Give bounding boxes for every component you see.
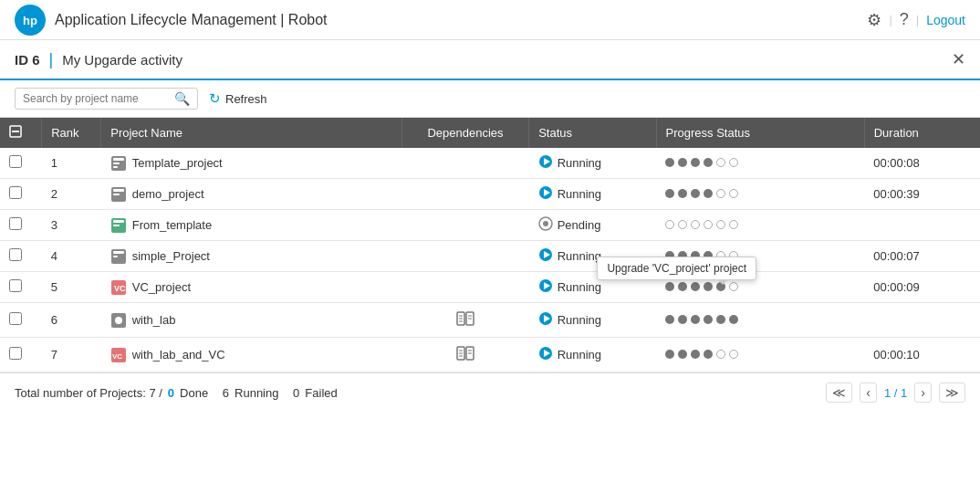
progress-dot bbox=[704, 315, 713, 324]
row-checkbox-cell[interactable] bbox=[0, 338, 42, 372]
row-project-name: VC with_lab_and_VC bbox=[101, 338, 402, 372]
dependency-icon bbox=[456, 317, 474, 330]
svg-rect-21 bbox=[113, 256, 118, 257]
row-project-name: From_template bbox=[101, 210, 402, 241]
row-duration bbox=[864, 303, 980, 338]
row-checkbox-cell[interactable] bbox=[0, 148, 42, 179]
next-page-button[interactable]: › bbox=[914, 382, 932, 403]
row-checkbox-cell[interactable] bbox=[0, 210, 42, 241]
row-checkbox[interactable] bbox=[9, 279, 22, 292]
row-checkbox[interactable] bbox=[9, 312, 22, 325]
title-bar-left: ID 6 | My Upgarde activity bbox=[15, 50, 182, 69]
row-project-name: VC VC_project bbox=[101, 272, 402, 303]
row-duration: 00:00:07 bbox=[864, 241, 980, 272]
row-duration: 00:00:10 bbox=[864, 338, 980, 372]
progress-dot bbox=[678, 220, 687, 229]
progress-dots bbox=[665, 350, 738, 359]
progress-dot bbox=[691, 282, 700, 291]
prev-page-button[interactable]: ‹ bbox=[860, 382, 877, 403]
status-icon bbox=[538, 278, 553, 296]
search-icon[interactable]: 🔍 bbox=[174, 91, 190, 106]
progress-dot bbox=[691, 350, 700, 359]
progress-dot bbox=[716, 158, 725, 167]
row-rank: 5 bbox=[42, 272, 101, 303]
footer-stats: Total number of Projects: 7 / 0 Done 6 R… bbox=[15, 386, 338, 400]
progress-dot bbox=[729, 315, 738, 324]
progress-dots bbox=[665, 315, 738, 324]
row-checkbox-cell[interactable] bbox=[0, 241, 42, 272]
status-label: Running bbox=[558, 348, 601, 362]
row-progress: Upgrade 'VC_project' project bbox=[656, 272, 864, 303]
settings-icon[interactable]: ⚙ bbox=[867, 10, 881, 30]
activity-id: ID 6 bbox=[15, 52, 40, 68]
row-checkbox-cell[interactable] bbox=[0, 179, 42, 210]
progress-dot bbox=[691, 220, 700, 229]
progress-dot bbox=[691, 158, 700, 167]
row-progress bbox=[656, 338, 864, 372]
help-icon[interactable]: ? bbox=[900, 10, 909, 29]
progress-dots bbox=[665, 158, 738, 167]
select-all-icon[interactable] bbox=[9, 125, 22, 138]
svg-rect-10 bbox=[113, 189, 124, 192]
project-type-icon bbox=[110, 248, 127, 265]
row-progress bbox=[656, 179, 864, 210]
row-checkbox[interactable] bbox=[9, 347, 22, 360]
svg-rect-15 bbox=[113, 220, 124, 223]
first-page-button[interactable]: ≪ bbox=[826, 382, 852, 403]
project-name-label: with_lab_and_VC bbox=[132, 348, 225, 362]
svg-text:hp: hp bbox=[23, 14, 37, 27]
refresh-button[interactable]: ↻ Refresh bbox=[209, 90, 267, 107]
project-name-label: Template_project bbox=[132, 156, 223, 170]
col-rank: Rank bbox=[42, 118, 101, 148]
row-checkbox[interactable] bbox=[9, 155, 22, 168]
svg-rect-16 bbox=[113, 225, 120, 226]
table-row: 2 demo_project Running 00:00:39 bbox=[0, 179, 980, 210]
app-header: hp Application Lifecycle Management | Ro… bbox=[0, 0, 980, 40]
row-checkbox-cell[interactable] bbox=[0, 272, 42, 303]
row-status: Running bbox=[529, 338, 656, 372]
progress-dot bbox=[691, 189, 700, 198]
row-rank: 7 bbox=[42, 338, 101, 372]
row-checkbox[interactable] bbox=[9, 186, 22, 199]
table-row: 5 VC VC_project Running Upgrade 'VC_proj… bbox=[0, 272, 980, 303]
logout-link[interactable]: Logout bbox=[926, 13, 965, 27]
progress-dot bbox=[691, 315, 700, 324]
table-header-row: Rank Project Name Dependencies Status Pr… bbox=[0, 118, 980, 148]
table-footer: Total number of Projects: 7 / 0 Done 6 R… bbox=[0, 372, 980, 412]
project-name-label: with_lab bbox=[132, 313, 176, 327]
status-icon bbox=[538, 154, 553, 172]
row-project-name: simple_Project bbox=[101, 241, 402, 272]
table-row: 1 Template_project Running 00:00:08 bbox=[0, 148, 980, 179]
progress-dot bbox=[704, 189, 713, 198]
row-status: Running bbox=[529, 179, 656, 210]
status-icon bbox=[538, 185, 553, 203]
close-button[interactable]: ✕ bbox=[952, 49, 965, 69]
last-page-button[interactable]: ≫ bbox=[939, 382, 965, 403]
progress-dot bbox=[729, 282, 738, 291]
refresh-label: Refresh bbox=[225, 92, 267, 106]
svg-point-29 bbox=[115, 317, 122, 324]
progress-dot bbox=[704, 350, 713, 359]
row-status: Pending bbox=[529, 210, 656, 241]
row-project-name: with_lab bbox=[101, 303, 402, 338]
status-icon bbox=[538, 346, 553, 363]
toolbar: 🔍 ↻ Refresh bbox=[0, 80, 980, 118]
table-row: 7 VC with_lab_and_VC Running 00:00:10 bbox=[0, 338, 980, 372]
progress-dot bbox=[716, 220, 725, 229]
title-bar: ID 6 | My Upgarde activity ✕ bbox=[0, 40, 980, 80]
row-checkbox[interactable] bbox=[9, 248, 22, 261]
search-input[interactable] bbox=[23, 92, 169, 105]
svg-rect-11 bbox=[113, 194, 120, 195]
dependency-icon bbox=[456, 351, 474, 365]
status-label: Running bbox=[558, 249, 601, 263]
svg-rect-5 bbox=[113, 162, 120, 164]
row-checkbox[interactable] bbox=[9, 217, 22, 230]
project-type-icon: VC bbox=[110, 279, 127, 296]
row-checkbox-cell[interactable] bbox=[0, 303, 42, 338]
col-duration: Duration bbox=[864, 118, 980, 148]
header-right: ⚙ | ? | Logout bbox=[867, 10, 965, 30]
svg-text:VC: VC bbox=[114, 284, 126, 293]
col-checkbox bbox=[0, 118, 42, 148]
svg-rect-4 bbox=[113, 158, 124, 161]
progress-dot bbox=[678, 282, 687, 291]
